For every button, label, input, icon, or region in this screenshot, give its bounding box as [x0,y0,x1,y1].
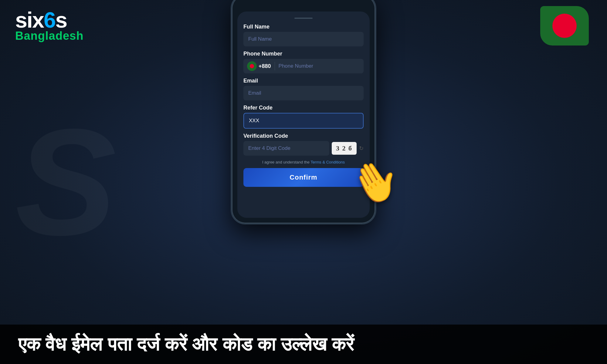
refer-input[interactable] [243,113,364,129]
phone-flag[interactable]: +880 [247,61,271,71]
refresh-icon[interactable]: ↻ [359,145,364,152]
phone-row: +880 [243,59,364,73]
phone-device: Full Name Phone Number +880 [231,0,376,224]
captcha-text: 3 2 б [336,144,352,152]
brand-s: s [55,8,67,32]
bottom-text-bar: एक वैध ईमेल पता दर्ज करें और कोड का उल्ल… [0,325,607,364]
phone-group: Phone Number +880 [243,51,364,73]
phone-divider [275,62,275,70]
flag-red-circle [552,14,577,38]
brand-six: six [15,8,44,32]
email-label: Email [243,78,364,84]
full-name-group: Full Name [243,24,364,46]
phone-code: +880 [259,63,271,69]
captcha-box: 3 2 б [332,142,357,155]
logo: six6s Bangladesh [15,9,83,42]
verification-label: Verification Code [243,133,364,139]
hindi-text: एक वैध ईमेल पता दर्ज करें और कोड का उल्ल… [18,333,589,356]
refer-label: Refer Code [243,105,364,111]
flag-circle [247,61,257,71]
brand-country: Bangladesh [15,29,83,42]
terms-text: I agree and understand the Terms & Condi… [243,160,364,164]
flag-dot [250,64,254,68]
brand-6: 6 [44,8,55,32]
watermark-s: S [15,106,117,258]
email-group: Email [243,78,364,100]
verification-row: 3 2 б ↻ [243,141,364,156]
phone-number-input[interactable] [279,63,360,69]
email-input[interactable] [243,86,364,100]
phone-notch [285,1,322,9]
full-name-input[interactable] [243,32,364,46]
terms-link[interactable]: Terms & Conditions [310,160,345,164]
scroll-indicator [294,18,313,19]
flag-background [540,6,589,46]
brand-name: six6s [15,9,83,31]
flag-container [540,6,589,46]
phone-mockup: Full Name Phone Number +880 [231,0,376,224]
full-name-label: Full Name [243,24,364,30]
verification-group: Verification Code 3 2 б ↻ [243,133,364,156]
verification-input[interactable] [243,141,329,156]
phone-label: Phone Number [243,51,364,57]
refer-group: Refer Code [243,105,364,129]
terms-static: I agree and understand the [262,160,310,164]
